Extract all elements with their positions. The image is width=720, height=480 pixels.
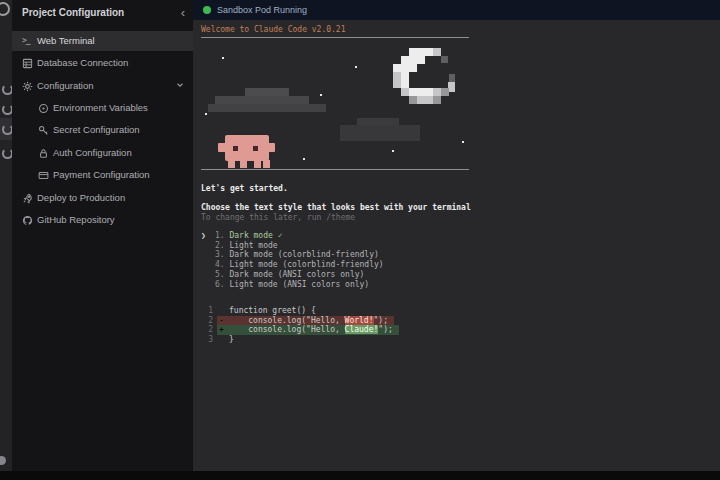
selection-arrow-icon: ❯ bbox=[201, 231, 206, 241]
theme-option-light-ansi[interactable]: 6. Light mode (ANSI colors only) bbox=[201, 280, 384, 290]
database-icon bbox=[22, 58, 33, 69]
sidebar: Project Configuration ‹ >_ Web Terminal … bbox=[12, 0, 193, 471]
theme-option-dark-ansi[interactable]: 5. Dark mode (ANSI colors only) bbox=[201, 270, 384, 280]
code-diff-preview: 1 function greet() { 2 - console.log("He… bbox=[201, 306, 399, 345]
creature-eye bbox=[253, 146, 258, 151]
status-dot-icon bbox=[203, 6, 211, 14]
app-window: Project Configuration ‹ >_ Web Terminal … bbox=[0, 0, 720, 480]
pixel-art-scene bbox=[201, 42, 469, 168]
app-logo-icon[interactable] bbox=[0, 2, 10, 16]
card-icon bbox=[38, 170, 49, 181]
cloud-icon bbox=[208, 104, 326, 112]
theme-prompt-heading: Choose the text style that looks best wi… bbox=[201, 203, 471, 212]
theme-prompt-subtext: To change this later, run /theme bbox=[201, 213, 355, 222]
creature-body bbox=[225, 135, 269, 161]
crescent-moon-icon bbox=[393, 48, 457, 112]
creature-leg bbox=[228, 160, 235, 168]
theme-option-light-mode[interactable]: 2. Light mode bbox=[201, 241, 384, 251]
left-rail bbox=[0, 0, 12, 471]
rail-bottom-icon[interactable] bbox=[0, 456, 6, 465]
code-line: 3 } bbox=[201, 335, 399, 345]
creature-leg bbox=[263, 160, 270, 168]
creature-leg bbox=[240, 160, 247, 168]
key-icon bbox=[38, 125, 49, 136]
theme-option-light-colorblind[interactable]: 4. Light mode (colorblind-friendly) bbox=[201, 260, 384, 270]
sidebar-item-label: Payment Configuration bbox=[53, 169, 150, 180]
check-icon: ✓ bbox=[278, 231, 283, 240]
gear-icon bbox=[22, 81, 33, 92]
star-icon bbox=[222, 57, 224, 59]
collapse-sidebar-icon[interactable]: ‹ bbox=[181, 5, 185, 20]
removed-word: World! bbox=[345, 316, 374, 325]
rocket-icon bbox=[22, 193, 33, 204]
added-word: Claude! bbox=[345, 325, 379, 334]
divider bbox=[201, 169, 469, 170]
code-line-removed: 2 - console.log("Hello, World!"); bbox=[201, 316, 399, 326]
theme-option-dark-colorblind[interactable]: 3. Dark mode (colorblind-friendly) bbox=[201, 250, 384, 260]
bottom-bar bbox=[0, 471, 720, 480]
sidebar-item-secret-configuration[interactable]: Secret Configuration bbox=[12, 120, 193, 140]
terminal-icon: >_ bbox=[22, 36, 33, 47]
star-icon bbox=[303, 158, 305, 160]
terminal-status-bar: Sandbox Pod Running bbox=[193, 0, 720, 20]
sidebar-title: Project Configuration bbox=[22, 7, 124, 18]
divider bbox=[201, 37, 469, 38]
status-label: Sandbox Pod Running bbox=[217, 5, 307, 15]
sidebar-item-label: Configuration bbox=[37, 80, 94, 91]
code-line: 1 function greet() { bbox=[201, 306, 399, 316]
variables-icon bbox=[38, 103, 49, 114]
lock-icon bbox=[38, 148, 49, 159]
creature-leg bbox=[254, 160, 261, 168]
sidebar-item-web-terminal[interactable]: >_ Web Terminal bbox=[12, 31, 193, 51]
sidebar-item-database-connection[interactable]: Database Connection bbox=[12, 53, 193, 73]
sidebar-item-deploy-to-production[interactable]: Deploy to Production bbox=[12, 188, 193, 208]
sidebar-item-label: Environment Variables bbox=[53, 102, 148, 113]
sidebar-item-label: Auth Configuration bbox=[53, 147, 132, 158]
added-marker: + bbox=[217, 325, 229, 335]
sidebar-item-label: Web Terminal bbox=[37, 35, 95, 46]
chevron-down-icon[interactable] bbox=[175, 80, 185, 90]
star-icon bbox=[355, 66, 357, 68]
star-icon bbox=[320, 94, 322, 96]
github-icon bbox=[22, 215, 33, 226]
theme-option-dark-mode[interactable]: ❯1. Dark mode ✓ bbox=[201, 231, 384, 241]
sidebar-item-environment-variables[interactable]: Environment Variables bbox=[12, 98, 193, 118]
sidebar-item-label: GitHub Repository bbox=[37, 214, 115, 225]
lets-get-started-text: Let's get started. bbox=[201, 184, 288, 193]
sidebar-item-label: Secret Configuration bbox=[53, 124, 140, 135]
star-icon bbox=[392, 150, 394, 152]
star-icon bbox=[462, 141, 464, 143]
sidebar-item-auth-configuration[interactable]: Auth Configuration bbox=[12, 143, 193, 163]
code-line-added: 2 + console.log("Hello, Claude!"); bbox=[201, 325, 399, 335]
theme-options-list: ❯1. Dark mode ✓ 2. Light mode 3. Dark mo… bbox=[201, 231, 384, 289]
sidebar-item-github-repository[interactable]: GitHub Repository bbox=[12, 210, 193, 230]
welcome-line: Welcome to Claude Code v2.0.21 bbox=[201, 25, 346, 34]
sidebar-item-label: Deploy to Production bbox=[37, 192, 125, 203]
web-terminal-panel[interactable]: Sandbox Pod Running Welcome to Claude Co… bbox=[193, 0, 720, 471]
star-icon bbox=[205, 113, 207, 115]
sidebar-item-configuration[interactable]: Configuration bbox=[12, 76, 193, 96]
cloud-icon bbox=[340, 125, 420, 141]
creature-eye bbox=[233, 146, 238, 151]
sidebar-header: Project Configuration ‹ bbox=[12, 4, 193, 24]
sidebar-item-payment-configuration[interactable]: Payment Configuration bbox=[12, 165, 193, 185]
removed-marker: - bbox=[217, 316, 229, 326]
sidebar-item-label: Database Connection bbox=[37, 57, 128, 68]
